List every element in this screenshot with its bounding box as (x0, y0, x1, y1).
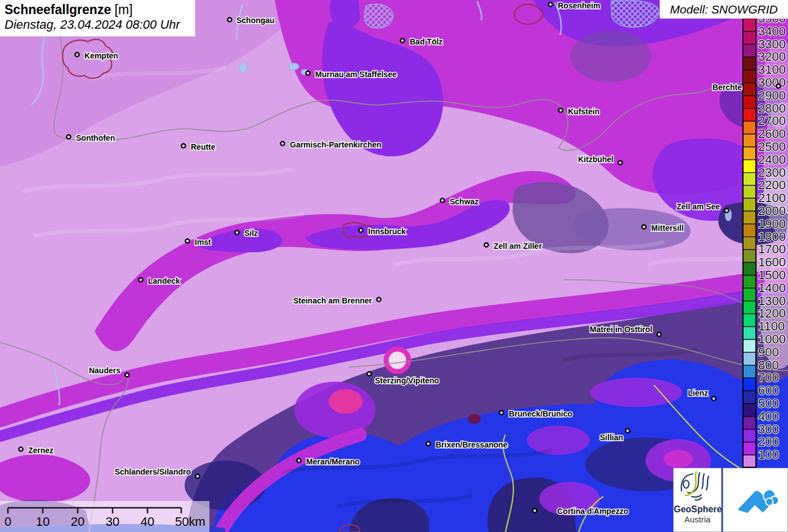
colorbar-cell (743, 352, 756, 365)
scalebar: 01020304050km (0, 501, 209, 532)
zone-magenta-se (664, 450, 693, 468)
colorbar-tick-label: 900 (758, 345, 779, 359)
zone-shade-ne (570, 30, 651, 82)
city-label: Lienz (688, 388, 708, 397)
scalebar-label: 10 (36, 515, 50, 529)
colorbar-tick-label: 100 (758, 448, 779, 462)
colorbar-tick-label: 1400 (758, 281, 786, 295)
city-marker (712, 397, 716, 401)
city-marker (533, 509, 537, 513)
city-label: Mittersill (651, 223, 684, 233)
city-marker (368, 372, 371, 376)
colorbar-cell (743, 83, 756, 96)
colorbar-tick-label: 2300 (758, 166, 786, 180)
colorbar-tick-label: 1100 (758, 319, 785, 333)
city-marker (619, 161, 623, 165)
zone-violet-brixen (527, 426, 590, 455)
geosphere-contour-icon (679, 471, 715, 502)
city-marker (186, 239, 190, 243)
colorbar-cell (743, 70, 756, 83)
zone-pale-spot (386, 349, 409, 372)
zone-pink-spot (329, 389, 362, 414)
colorbar-cell (743, 237, 756, 250)
colorbar-tick-label: 2900 (758, 88, 786, 102)
title-datetime: Dienstag, 23.04.2024 08:00 Uhr (5, 17, 195, 33)
city-marker (126, 373, 129, 377)
scalebar-label: 50km (175, 515, 205, 529)
city-marker (139, 278, 143, 282)
colorbar-cell (743, 44, 756, 57)
colorbar-tick-label: 1200 (758, 306, 786, 320)
city-marker (75, 53, 79, 57)
city-marker (657, 333, 661, 337)
title-unit: [m] (111, 2, 132, 17)
colorbar-tick-label: 1600 (758, 255, 786, 269)
colorbar-cell (743, 404, 756, 417)
city-marker (427, 442, 431, 446)
scalebar-label: 40 (141, 515, 154, 529)
colorbar-cell (743, 109, 756, 122)
colorbar-cell (743, 391, 756, 404)
colorbar-cell (743, 327, 756, 339)
colorbar-tick-label: 200 (758, 435, 779, 449)
lake (289, 63, 299, 70)
colorbar-tick-label: 1500 (758, 268, 786, 282)
city-marker (725, 209, 729, 213)
city-label: Silz (244, 229, 258, 238)
colorbar-tick-label: 600 (758, 383, 779, 397)
colorbar-cell (743, 417, 756, 430)
colorbar-cell (743, 32, 756, 44)
city-marker (559, 109, 563, 113)
colorbar-cell (743, 301, 756, 314)
city-label: Nauders (89, 366, 120, 375)
colorbar-cell (743, 365, 756, 378)
city-label: Rosenheim (558, 1, 600, 10)
colorbar-tick-label: 2000 (758, 204, 786, 218)
city-label: Brixen/Bressanone (436, 440, 508, 449)
colorbar-cell (743, 96, 756, 109)
colorbar-cell (743, 378, 756, 391)
lake-hatched (611, 0, 659, 27)
city-marker (235, 231, 239, 235)
city-marker (228, 18, 232, 22)
colorbar-cell (743, 160, 756, 173)
city-marker (19, 448, 23, 451)
title-text: Schneefallgrenze (5, 2, 111, 17)
colorbar-tick-label: 2400 (758, 153, 786, 167)
colorbar-cell (743, 185, 756, 198)
colorbar-tick-label: 2500 (758, 140, 786, 154)
city-label: Zernez (28, 446, 53, 455)
city-label: Landeck (148, 276, 180, 285)
city-marker (297, 459, 301, 463)
colorbar-cell (743, 173, 756, 186)
colorbar-tick-label: 2600 (758, 127, 786, 141)
city-label: Schlanders/Silandro (115, 467, 191, 476)
city-marker (377, 298, 381, 302)
snowline-zones-layer (0, 0, 788, 532)
map-canvas: 3500340033003200310030002900280027002600… (0, 0, 788, 532)
colorbar-cell (743, 211, 756, 224)
colorbar-tick-label: 500 (758, 396, 779, 410)
city-marker (67, 135, 71, 139)
city-marker (401, 39, 405, 43)
colorbar-tick-label: 1700 (758, 242, 786, 256)
colorbar-cell (743, 134, 756, 147)
colorbar-tick-label: 300 (758, 422, 779, 436)
mountain-cloud-logo (723, 468, 788, 532)
colorbar-cell (743, 442, 756, 455)
city-marker (549, 3, 553, 7)
colorbar-cell (743, 455, 756, 467)
colorbar-tick-label: 3000 (758, 75, 786, 90)
colorbar-tick-label: 2100 (758, 191, 786, 205)
city-label: Cortina d'Ampezzo (557, 507, 628, 516)
city-label: Kitzbühel (578, 155, 614, 164)
zone-violet-lienz (590, 378, 682, 407)
colorbar-cell (743, 430, 756, 442)
city-label: Zell am See (677, 202, 720, 211)
lake (239, 62, 247, 73)
colorbar-tick-label: 3200 (758, 50, 786, 64)
city-marker (485, 243, 489, 247)
geosphere-logo: GeoSphere Austria (673, 468, 722, 532)
city-marker (359, 229, 363, 233)
colorbar-cell (743, 198, 756, 211)
